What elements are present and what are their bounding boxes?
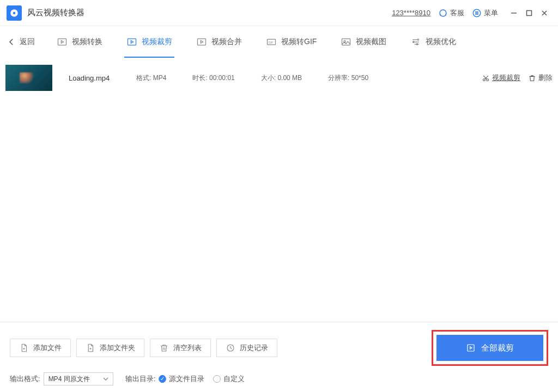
back-label: 返回: [20, 37, 35, 47]
chevron-down-icon: [103, 376, 108, 382]
radio-checked-icon: [159, 375, 166, 383]
add-folder-button[interactable]: 添加文件夹: [76, 339, 144, 357]
app-title: 风云视频转换器: [27, 8, 84, 18]
file-resolution: 分辨率: 50*50: [328, 74, 368, 83]
tab-video-optimize[interactable]: 视频优化: [410, 26, 456, 58]
close-button[interactable]: [537, 6, 551, 20]
file-row[interactable]: Loading.mp4 格式: MP4 时长: 00:00:01 大小: 0.0…: [5, 62, 553, 94]
radio-unchecked-icon: [213, 375, 221, 383]
svg-point-1: [13, 11, 16, 14]
output-dir-label: 输出目录:: [125, 374, 156, 384]
file-thumbnail: [5, 65, 52, 91]
file-list: Loading.mp4 格式: MP4 时长: 00:00:01 大小: 0.0…: [0, 58, 558, 98]
svg-rect-4: [527, 10, 532, 15]
menu-label: 菜单: [484, 8, 498, 18]
clear-list-button[interactable]: 清空列表: [150, 339, 211, 357]
primary-highlight: 全部裁剪: [432, 330, 548, 366]
file-duration: 时长: 00:00:01: [192, 74, 234, 83]
file-format: 格式: MP4: [136, 74, 166, 83]
tab-video-merge[interactable]: 视频合并: [196, 26, 242, 58]
support-label: 客服: [450, 8, 464, 18]
add-file-button[interactable]: 添加文件: [10, 339, 71, 357]
svg-rect-7: [198, 39, 206, 45]
bottom-bar: 添加文件 添加文件夹 清空列表 历史记录 全部裁剪 输出格式: MP4 同原文件…: [0, 322, 558, 392]
minimize-button[interactable]: [507, 6, 521, 20]
tab-video-gif[interactable]: GIF 视频转GIF: [266, 26, 317, 58]
tab-video-screenshot[interactable]: 视频截图: [341, 26, 386, 58]
output-format-label: 输出格式:: [10, 374, 40, 384]
titlebar: 风云视频转换器 123****8910 客服 菜单: [0, 0, 558, 26]
file-name: Loading.mp4: [69, 74, 136, 82]
radio-custom-dir[interactable]: 自定义: [213, 374, 245, 384]
radio-source-dir[interactable]: 源文件目录: [159, 374, 204, 384]
crop-all-button[interactable]: 全部裁剪: [436, 335, 543, 361]
tab-video-crop[interactable]: 视频裁剪: [126, 26, 172, 58]
file-delete-button[interactable]: 删除: [528, 73, 553, 83]
file-crop-button[interactable]: 视频裁剪: [482, 73, 520, 83]
maximize-button[interactable]: [522, 6, 536, 20]
menu-button[interactable]: 菜单: [472, 8, 498, 18]
svg-rect-18: [468, 345, 474, 351]
output-format-select[interactable]: MP4 同原文件: [44, 372, 113, 385]
support-button[interactable]: 客服: [438, 8, 464, 18]
app-logo: [7, 5, 22, 21]
history-button[interactable]: 历史记录: [216, 339, 277, 357]
svg-point-12: [417, 39, 419, 41]
tab-video-convert[interactable]: 视频转换: [57, 26, 102, 58]
nav-row: 返回 视频转换 视频裁剪 视频合并 GIF 视频转GIF 视频截图 视频优化: [0, 26, 558, 58]
svg-rect-6: [128, 39, 136, 45]
file-size: 大小: 0.00 MB: [261, 74, 302, 83]
back-button[interactable]: 返回: [7, 37, 35, 47]
user-id[interactable]: 123****8910: [392, 9, 430, 17]
svg-rect-5: [58, 39, 66, 45]
svg-text:GIF: GIF: [269, 41, 273, 44]
